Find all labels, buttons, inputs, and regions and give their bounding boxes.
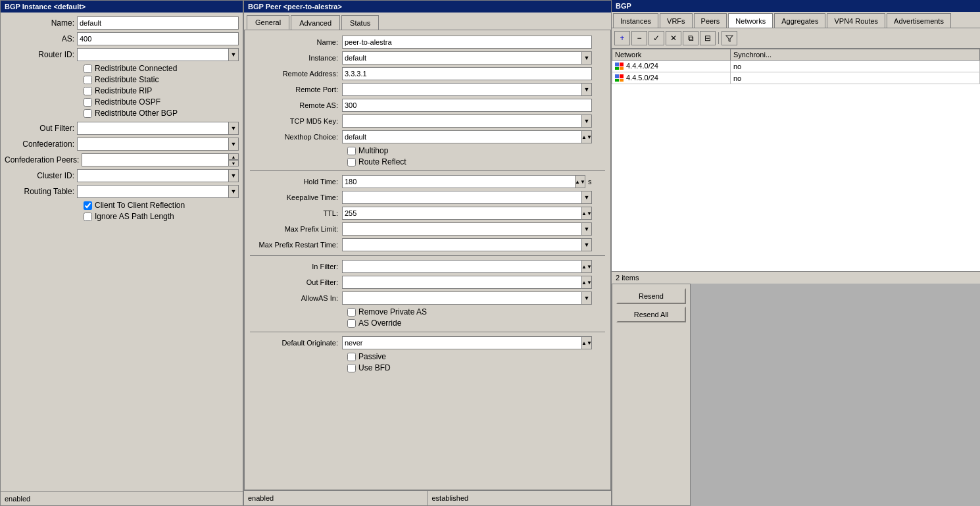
peer-remote-as-input[interactable] xyxy=(342,99,592,112)
table-row[interactable]: 4.4.5.0/24no xyxy=(612,72,980,84)
bgp-tab-vpn4-routes[interactable]: VPN4 Routes xyxy=(827,13,885,28)
peer-ttl-arrow[interactable]: ▲▼ xyxy=(581,207,592,220)
peer-max-prefix-restart-input[interactable] xyxy=(342,238,581,251)
bgp-tab-aggregates[interactable]: Aggregates xyxy=(774,13,825,28)
router-id-input[interactable] xyxy=(77,48,228,61)
confederation-field: ▼ xyxy=(77,138,239,151)
peer-tcp-md5-arrow[interactable]: ▼ xyxy=(581,114,592,128)
resend-all-button[interactable]: Resend All xyxy=(616,307,686,322)
peer-allowas-in-arrow[interactable]: ▼ xyxy=(581,291,592,305)
peer-remote-address-input[interactable] xyxy=(342,67,592,80)
name-input[interactable] xyxy=(77,16,239,30)
peer-passive-label: Passive xyxy=(358,352,386,361)
redistribute-rip-row: Redistribute RIP xyxy=(5,86,239,95)
peer-remote-port-field: ▼ xyxy=(342,83,592,96)
bgp-peer-title: BGP Peer <peer-to-alestra> xyxy=(244,1,611,13)
cluster-id-input[interactable] xyxy=(77,169,228,182)
peer-instance-arrow[interactable]: ▼ xyxy=(581,51,592,64)
peer-out-filter-arrow[interactable]: ▲▼ xyxy=(581,276,592,289)
peer-default-originate-row: Default Originate: ▲▼ xyxy=(250,336,605,349)
peer-default-originate-arrow[interactable]: ▲▼ xyxy=(581,336,592,349)
peer-keepalive-arrow[interactable]: ▼ xyxy=(581,191,592,204)
tab-advanced[interactable]: Advanced xyxy=(291,15,340,30)
toolbar-remove-btn[interactable]: − xyxy=(631,31,647,45)
peer-route-reflect-checkbox[interactable] xyxy=(347,158,356,166)
out-filter-arrow[interactable]: ▼ xyxy=(228,122,239,135)
toolbar-filter-btn[interactable] xyxy=(722,31,737,45)
bgp-right-title: BGP xyxy=(612,0,980,12)
bgp-tab-instances[interactable]: Instances xyxy=(613,13,658,28)
peer-max-prefix-limit-input[interactable] xyxy=(342,222,581,236)
peer-allowas-in-field: ▼ xyxy=(342,291,592,305)
peer-instance-input[interactable] xyxy=(342,51,581,64)
out-filter-input[interactable] xyxy=(77,122,228,135)
peer-ttl-input[interactable] xyxy=(342,207,581,220)
peer-allowas-in-label: AllowAS In: xyxy=(250,294,342,302)
peer-remote-port-arrow[interactable]: ▼ xyxy=(581,83,592,96)
peer-in-filter-input[interactable] xyxy=(342,260,581,273)
cluster-id-row: Cluster ID: ▼ xyxy=(5,169,239,182)
router-id-arrow[interactable]: ▼ xyxy=(228,48,239,61)
sync-cell: no xyxy=(731,61,980,72)
redistribute-rip-checkbox[interactable] xyxy=(84,87,92,95)
peer-default-originate-input[interactable] xyxy=(342,336,581,349)
client-reflection-row: Client To Client Reflection xyxy=(5,201,239,210)
peer-hold-time-updown[interactable]: ▲▼ xyxy=(575,175,585,188)
peer-nexthop-arrow[interactable]: ▲▼ xyxy=(581,130,592,143)
tab-status[interactable]: Status xyxy=(341,15,379,30)
toolbar-check-btn[interactable]: ✓ xyxy=(649,31,664,45)
confederation-input[interactable] xyxy=(77,138,228,151)
tab-general[interactable]: General xyxy=(247,15,289,30)
peer-passive-checkbox[interactable] xyxy=(347,353,356,361)
svg-rect-6 xyxy=(615,79,619,82)
confederation-peers-up[interactable]: ▲ xyxy=(228,153,239,160)
peer-remove-private-as-checkbox[interactable] xyxy=(347,308,356,316)
bgp-tab-peers[interactable]: Peers xyxy=(694,13,727,28)
resend-button[interactable]: Resend xyxy=(616,288,686,304)
ignore-as-path-label: Ignore AS Path Length xyxy=(95,212,174,221)
th-network: Network xyxy=(612,49,731,61)
cluster-id-arrow[interactable]: ▼ xyxy=(228,169,239,182)
peer-keepalive-input[interactable] xyxy=(342,191,581,204)
peer-max-prefix-restart-arrow[interactable]: ▼ xyxy=(581,238,592,251)
toolbar-x-btn[interactable]: ✕ xyxy=(666,31,681,45)
redistribute-connected-checkbox[interactable] xyxy=(84,64,92,73)
peer-nexthop-input[interactable] xyxy=(342,130,581,143)
toolbar-minus-box-btn[interactable]: ⊟ xyxy=(700,31,716,45)
peer-in-filter-arrow[interactable]: ▲▼ xyxy=(581,260,592,273)
bgp-tab-networks[interactable]: Networks xyxy=(728,13,773,28)
peer-tcp-md5-label: TCP MD5 Key: xyxy=(250,117,342,125)
bgp-peer-bottom-status: enabled established xyxy=(244,490,611,505)
peer-out-filter-input[interactable] xyxy=(342,276,581,289)
network-cell: 4.4.4.0/24 xyxy=(612,61,731,72)
confederation-arrow[interactable]: ▼ xyxy=(228,138,239,151)
redistribute-ospf-checkbox[interactable] xyxy=(84,98,92,107)
peer-out-filter-field: ▲▼ xyxy=(342,276,592,289)
peer-max-prefix-limit-arrow[interactable]: ▼ xyxy=(581,222,592,236)
peer-name-input[interactable] xyxy=(342,36,592,49)
toolbar-copy-btn[interactable]: ⧉ xyxy=(683,31,698,45)
as-input[interactable] xyxy=(77,32,239,45)
bgp-items-count: 2 items xyxy=(612,271,980,284)
table-row[interactable]: 4.4.4.0/24no xyxy=(612,61,980,72)
peer-use-bfd-checkbox[interactable] xyxy=(347,364,356,372)
peer-hold-time-input[interactable] xyxy=(342,175,575,188)
redistribute-other-bgp-checkbox[interactable] xyxy=(84,109,92,118)
redistribute-static-checkbox[interactable] xyxy=(84,76,92,84)
confederation-peers-down[interactable]: ▼ xyxy=(228,160,239,166)
peer-tcp-md5-input[interactable] xyxy=(342,114,581,128)
peer-as-override-checkbox[interactable] xyxy=(347,319,356,328)
toolbar-add-btn[interactable]: + xyxy=(614,31,630,45)
routing-table-input[interactable] xyxy=(77,185,228,198)
peer-multihop-checkbox[interactable] xyxy=(347,147,356,155)
peer-remote-port-input[interactable] xyxy=(342,83,581,96)
section-divider-2 xyxy=(250,255,605,256)
peer-max-prefix-limit-label: Max Prefix Limit: xyxy=(250,225,342,233)
bgp-tab-advertisements[interactable]: Advertisements xyxy=(887,13,951,28)
routing-table-arrow[interactable]: ▼ xyxy=(228,185,239,198)
bgp-tab-vrfs[interactable]: VRFs xyxy=(660,13,693,28)
client-reflection-checkbox[interactable] xyxy=(84,201,92,210)
ignore-as-path-checkbox[interactable] xyxy=(84,213,92,221)
confederation-peers-input[interactable] xyxy=(82,153,228,166)
peer-allowas-in-input[interactable] xyxy=(342,291,581,305)
